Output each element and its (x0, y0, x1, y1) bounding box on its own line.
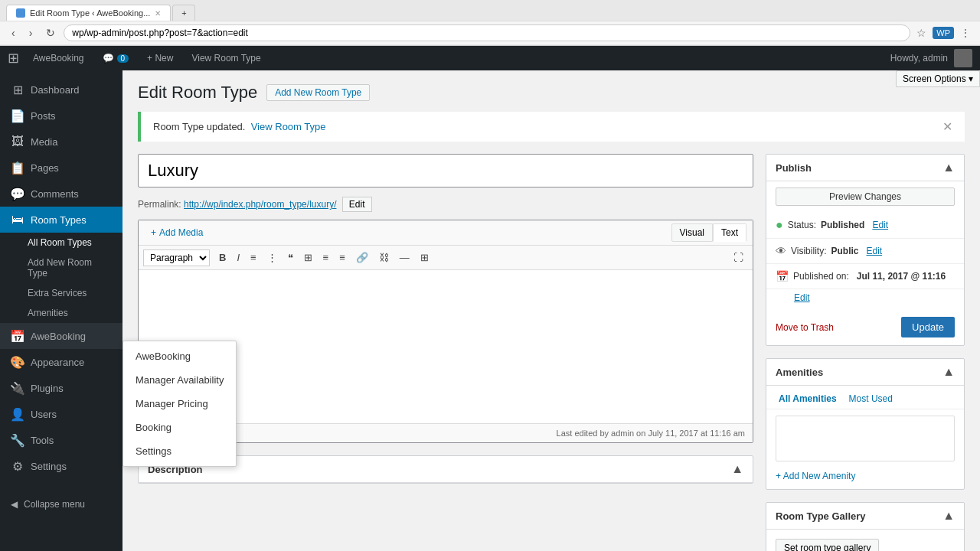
dropdown-item-booking[interactable]: Booking (123, 416, 236, 439)
media-icon: 🖼 (11, 135, 24, 148)
table-button[interactable]: ⊞ (416, 249, 433, 266)
admin-bar-comments[interactable]: 💬 0 (98, 53, 134, 64)
publish-box-header[interactable]: Publish ▲ (766, 155, 964, 181)
published-date-edit-link[interactable]: Edit (794, 292, 955, 303)
add-media-button[interactable]: + Add Media (145, 224, 209, 241)
users-icon: 👤 (11, 407, 24, 421)
extensions-icon[interactable]: WP (933, 27, 954, 39)
gallery-box-header[interactable]: Room Type Gallery ▲ (766, 503, 964, 530)
calendar-icon: 📅 (776, 270, 789, 282)
permalink-edit-button[interactable]: Edit (342, 197, 372, 212)
wp-logo[interactable]: ⊞ (8, 50, 19, 67)
reload-button[interactable]: ↻ (41, 24, 60, 41)
visual-tab[interactable]: Visual (671, 223, 713, 242)
fullscreen-button[interactable]: ⛶ (729, 249, 748, 266)
sidebar-item-awebooking[interactable]: 📅 AweBooking (0, 323, 122, 349)
move-to-trash-link[interactable]: Move to Trash (776, 322, 834, 333)
collapse-arrow-icon: ◀ (11, 499, 18, 510)
side-col: Publish ▲ Preview Changes ● Status: Publ… (766, 154, 965, 551)
paragraph-select[interactable]: Paragraph (143, 249, 210, 266)
amenities-tab-most-used[interactable]: Most Used (846, 392, 896, 406)
update-button[interactable]: Update (901, 317, 955, 337)
site-name: AweBooking (33, 53, 84, 64)
menu-icon[interactable]: ⋮ (957, 25, 974, 41)
gallery-box: Room Type Gallery ▲ Set room type galler… (766, 502, 965, 551)
amenities-tab-all[interactable]: All Amenities (776, 392, 840, 406)
amenities-box: Amenities ▲ All Amenities Most Used + Ad… (766, 358, 965, 490)
sidebar-label-plugins: Plugins (31, 383, 64, 394)
sidebar-item-posts[interactable]: 📄 Posts (0, 103, 122, 129)
sidebar-label-comments: Comments (31, 188, 79, 200)
bookmark-icon[interactable]: ☆ (913, 25, 929, 41)
permalink-url[interactable]: http://wp/index.php/room_type/luxury/ (184, 199, 336, 210)
sidebar-item-dashboard[interactable]: ⊞ Dashboard (0, 77, 122, 103)
admin-bar-view-room-type[interactable]: View Room Type (187, 53, 265, 64)
dropdown-item-awebooking[interactable]: AweBooking (123, 344, 236, 368)
admin-bar-site[interactable]: AweBooking (28, 53, 89, 64)
last-edited: Last edited by admin on July 11, 2017 at… (557, 429, 745, 438)
description-toggle-icon: ▲ (731, 462, 743, 476)
wp-logo-icon: ⊞ (8, 50, 19, 67)
sidebar-item-pages[interactable]: 📋 Pages (0, 155, 122, 181)
tab-favicon (16, 8, 25, 18)
bold-button[interactable]: B (214, 249, 230, 266)
view-room-type-link[interactable]: View Room Type (251, 121, 326, 132)
pages-icon: 📋 (11, 161, 24, 174)
sidebar-subitem-add-new[interactable]: Add New Room Type (0, 253, 122, 283)
sidebar-item-room-types[interactable]: 🛏 Room Types All Room Types Add New Room… (0, 207, 122, 323)
text-tab[interactable]: Text (713, 223, 746, 242)
awebooking-icon: 📅 (11, 329, 24, 343)
italic-button[interactable]: I (232, 249, 244, 266)
sidebar-label-room-types: Room Types (31, 214, 87, 226)
room-types-submenu: All Room Types Add New Room Type Extra S… (0, 233, 122, 323)
add-media-label: Add Media (159, 227, 203, 238)
set-gallery-button[interactable]: Set room type gallery (776, 539, 879, 551)
ordered-list-button[interactable]: ⋮ (263, 249, 282, 266)
new-tab-button[interactable]: + (172, 5, 195, 21)
permalink-label: Permalink: (138, 199, 181, 210)
sidebar-subitem-extra-services[interactable]: Extra Services (0, 283, 122, 303)
add-new-room-type-button[interactable]: Add New Room Type (266, 84, 370, 101)
status-edit-link[interactable]: Edit (872, 220, 888, 230)
sidebar-item-plugins[interactable]: 🔌 Plugins (0, 375, 122, 401)
dropdown-item-settings[interactable]: Settings (123, 439, 236, 463)
tools-icon: 🔧 (11, 433, 24, 447)
link-button[interactable]: 🔗 (351, 249, 373, 266)
visibility-edit-link[interactable]: Edit (866, 246, 882, 256)
align-center-button[interactable]: ≡ (318, 249, 334, 266)
status-label: Status: (788, 220, 816, 230)
blockquote-button[interactable]: ❝ (283, 249, 298, 266)
browser-tab[interactable]: Edit Room Type ‹ AweBooking... ✕ (6, 5, 171, 21)
align-left-button[interactable]: ⊞ (299, 249, 317, 266)
post-title-input[interactable] (138, 154, 753, 187)
unlink-button[interactable]: ⛓ (374, 249, 394, 266)
amenities-box-header[interactable]: Amenities ▲ (766, 359, 964, 386)
sidebar-item-settings[interactable]: ⚙ Settings (0, 453, 122, 479)
sidebar-subitem-amenities[interactable]: Amenities (0, 303, 122, 323)
dropdown-item-manager-availability[interactable]: Manager Availability (123, 368, 236, 392)
sidebar-subitem-all-room-types[interactable]: All Room Types (0, 233, 122, 253)
dropdown-item-manager-pricing[interactable]: Manager Pricing (123, 392, 236, 416)
add-new-amenity-link[interactable]: + Add New Amenity (766, 468, 964, 489)
publish-box: Publish ▲ Preview Changes ● Status: Publ… (766, 154, 965, 346)
align-right-button[interactable]: ≡ (335, 249, 350, 266)
tab-close-icon[interactable]: ✕ (155, 9, 161, 18)
sidebar-item-tools[interactable]: 🔧 Tools (0, 427, 122, 453)
unordered-list-button[interactable]: ≡ (246, 249, 261, 266)
published-label: Published on: (793, 271, 849, 282)
notice-close-button[interactable]: ✕ (942, 119, 952, 134)
sidebar-item-media[interactable]: 🖼 Media (0, 129, 122, 155)
sidebar-item-users[interactable]: 👤 Users (0, 401, 122, 427)
collapse-menu-button[interactable]: ◀ Collapse menu (0, 493, 122, 516)
url-bar[interactable] (64, 24, 910, 41)
sidebar-label-dashboard: Dashboard (31, 84, 80, 96)
forward-button[interactable]: › (24, 24, 38, 41)
back-button[interactable]: ‹ (6, 24, 21, 41)
sidebar-item-comments[interactable]: 💬 Comments (0, 181, 122, 207)
more-button[interactable]: — (395, 249, 414, 266)
settings-icon: ⚙ (11, 459, 24, 473)
preview-changes-button[interactable]: Preview Changes (776, 187, 955, 206)
admin-bar-new[interactable]: + New (142, 53, 178, 64)
sidebar-item-appearance[interactable]: 🎨 Appearance (0, 349, 122, 375)
screen-options-button[interactable]: Screen Options ▾ (896, 70, 980, 87)
